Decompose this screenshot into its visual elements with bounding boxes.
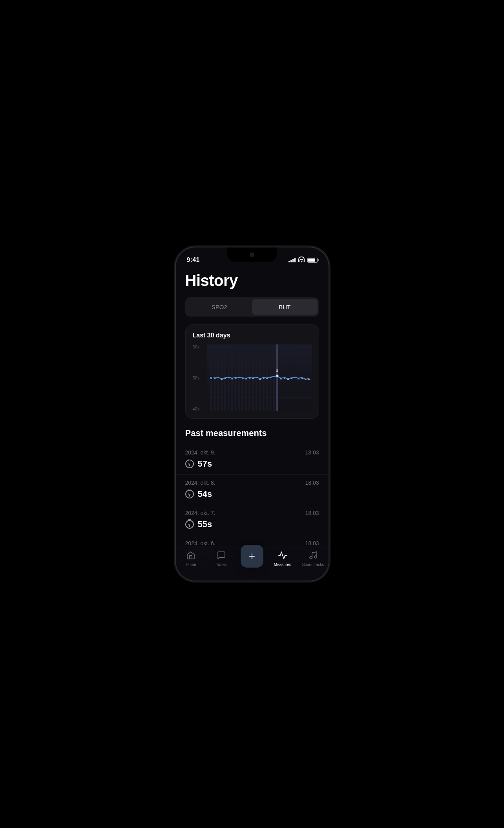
svg-rect-22 — [273, 344, 275, 411]
header: History — [176, 267, 329, 297]
tab-bar-measures-label: Measures — [274, 562, 291, 567]
battery-fill — [308, 258, 315, 262]
measurement-time-1: 18:03 — [305, 480, 319, 486]
measurement-reading-1: 54s — [198, 489, 212, 499]
tab-bar-home-label: Home — [186, 562, 196, 567]
measurement-date-0: 2024. okt. 9. — [185, 449, 215, 456]
chart-title: Last 30 days — [193, 332, 312, 339]
notes-icon — [216, 550, 226, 561]
stopwatch-icon-0 — [185, 460, 194, 468]
tab-bar-soundtracks-label: Soundtracks — [302, 562, 324, 567]
battery-icon — [307, 258, 318, 263]
soundtracks-icon — [308, 550, 318, 561]
camera — [250, 253, 254, 257]
add-button[interactable]: + — [241, 545, 263, 568]
measurement-item-1[interactable]: 2024. okt. 8. 18:03 54s — [176, 475, 329, 505]
status-time: 9:41 — [187, 256, 200, 264]
measurement-time-0: 18:03 — [305, 449, 319, 456]
measurement-time-3: 18:03 — [305, 540, 319, 546]
stopwatch-icon-2 — [185, 520, 194, 529]
svg-point-54 — [276, 375, 278, 377]
stopwatch-icon-1 — [185, 490, 194, 498]
notch — [227, 247, 277, 262]
phone-frame: 9:41 History SPO2 BHT — [175, 247, 329, 581]
chart-area: 60s 50s 40s — [193, 344, 312, 411]
measurement-reading-0: 57s — [198, 459, 212, 469]
signal-icon — [289, 258, 296, 262]
measures-icon — [278, 550, 288, 561]
measurement-value-0: 57s — [185, 459, 319, 469]
measurement-time-2: 18:03 — [305, 510, 319, 516]
tab-bar-home[interactable]: Home — [176, 550, 206, 567]
chart-y-labels: 60s 50s 40s — [193, 344, 205, 411]
chart-label-50: 50s — [193, 376, 205, 380]
tab-bar: Home Notes + Measures — [176, 546, 329, 581]
measurement-date-1: 2024. okt. 8. — [185, 480, 215, 486]
tab-bar-add: + — [237, 550, 267, 568]
svg-point-55 — [310, 557, 312, 559]
wifi-icon — [298, 258, 305, 262]
chart-label-40: 40s — [193, 407, 205, 411]
chart-svg: ⬇ — [207, 344, 312, 411]
svg-rect-23 — [276, 344, 278, 411]
svg-rect-18 — [259, 344, 261, 411]
measurement-value-1: 54s — [185, 489, 319, 499]
svg-rect-7 — [220, 344, 222, 411]
status-icons — [289, 258, 318, 263]
svg-point-52 — [210, 376, 212, 379]
measurement-date-3: 2024. okt. 6. — [185, 540, 215, 546]
measurement-item-2[interactable]: 2024. okt. 7. 18:03 55s — [176, 505, 329, 535]
measurement-header-0: 2024. okt. 9. 18:03 — [185, 449, 319, 456]
measurement-header-1: 2024. okt. 8. 18:03 — [185, 480, 319, 486]
home-icon — [186, 550, 196, 561]
measurement-reading-2: 55s — [198, 519, 212, 529]
section-title: Past measurements — [176, 428, 329, 445]
measurement-header-2: 2024. okt. 7. 18:03 — [185, 510, 319, 516]
content-area: History SPO2 BHT Last 30 days 60s 50s 40… — [176, 267, 329, 581]
measurement-tabs: SPO2 BHT — [185, 297, 319, 317]
chart-card: Last 30 days 60s 50s 40s — [185, 324, 319, 419]
chart-label-60: 60s — [193, 344, 205, 349]
svg-text:⬇: ⬇ — [276, 368, 279, 373]
tab-bar-notes[interactable]: Notes — [206, 550, 237, 567]
tab-bar-notes-label: Notes — [216, 562, 226, 567]
tab-bar-soundtracks[interactable]: Soundtracks — [298, 550, 329, 567]
measurement-item-0[interactable]: 2024. okt. 9. 18:03 57s — [176, 445, 329, 475]
measurement-value-2: 55s — [185, 519, 319, 529]
measurement-date-2: 2024. okt. 7. — [185, 510, 215, 516]
tab-spo2[interactable]: SPO2 — [187, 299, 252, 315]
tab-bht[interactable]: BHT — [252, 299, 318, 315]
add-icon: + — [249, 551, 255, 562]
page-title: History — [185, 272, 319, 289]
tab-bar-measures[interactable]: Measures — [267, 550, 298, 567]
chart-plot: ⬇ — [207, 344, 312, 411]
